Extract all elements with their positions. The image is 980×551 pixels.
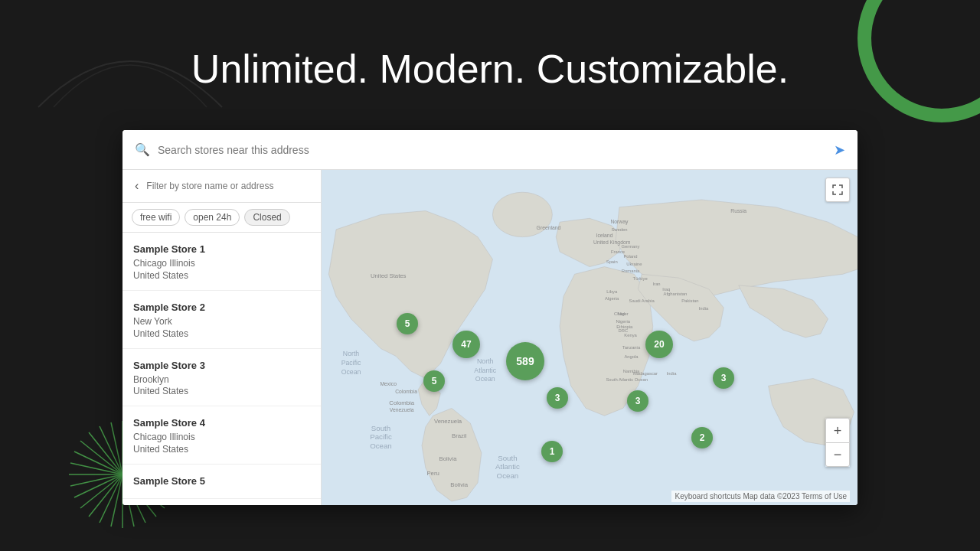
store-city-4: Chicago Illinois <box>133 431 310 444</box>
zoom-out-button[interactable]: − <box>825 442 850 467</box>
svg-text:Ocean: Ocean <box>475 375 495 383</box>
map-pin-47[interactable]: 47 <box>452 331 480 358</box>
svg-text:Angola: Angola <box>624 354 639 359</box>
map-pin-589[interactable]: 589 <box>506 342 544 380</box>
store-country-1: United States <box>133 270 310 281</box>
svg-text:Chad: Chad <box>614 311 625 316</box>
store-country-4: United States <box>133 444 310 455</box>
store-city-3: Brooklyn <box>133 373 310 386</box>
store-item-2[interactable]: Sample Store 2 New York United States <box>122 291 321 349</box>
svg-line-20 <box>70 474 122 486</box>
svg-text:Ethiopia: Ethiopia <box>616 324 633 329</box>
search-input[interactable] <box>158 144 834 156</box>
svg-text:Ocean: Ocean <box>341 368 361 376</box>
svg-line-16 <box>100 474 122 523</box>
svg-text:Poland: Poland <box>623 254 637 259</box>
store-country-2: United States <box>133 328 310 339</box>
store-item-4[interactable]: Sample Store 4 Chicago Illinois United S… <box>122 406 321 465</box>
store-city-2: New York <box>133 315 310 328</box>
svg-text:Atlantic: Atlantic <box>495 462 520 471</box>
svg-text:South Atlantic Ocean: South Atlantic Ocean <box>606 377 647 382</box>
store-name-3: Sample Store 3 <box>133 360 310 371</box>
svg-line-22 <box>70 463 122 474</box>
svg-text:Afghanistan: Afghanistan <box>664 292 688 296</box>
content-area: ‹ free wifi open 24h Closed Sample Store… <box>122 170 858 505</box>
svg-text:Iran: Iran <box>653 282 661 286</box>
svg-text:United States: United States <box>371 272 407 279</box>
tags-row: free wifi open 24h Closed <box>122 203 321 233</box>
search-icon: 🔍 <box>135 142 150 157</box>
map-pin-3-central[interactable]: 3 <box>547 387 568 409</box>
svg-text:Spain: Spain <box>606 259 618 264</box>
svg-text:Brazil: Brazil <box>452 432 467 439</box>
svg-text:South: South <box>371 424 390 432</box>
svg-text:Madagascar: Madagascar <box>633 371 658 376</box>
map-pin-20-europe[interactable]: 20 <box>645 331 673 358</box>
svg-text:Atlantic: Atlantic <box>474 367 496 374</box>
svg-text:Saudi Arabia: Saudi Arabia <box>629 298 655 303</box>
svg-text:Pakistan: Pakistan <box>681 298 698 303</box>
svg-text:Algeria: Algeria <box>605 296 619 301</box>
svg-text:North: North <box>343 350 360 357</box>
svg-text:Türkiye: Türkiye <box>633 276 648 281</box>
svg-text:Russia: Russia <box>730 208 746 214</box>
svg-line-24 <box>80 441 122 474</box>
gps-icon[interactable]: ➤ <box>834 142 845 158</box>
svg-text:Mexico: Mexico <box>380 381 397 386</box>
svg-line-17 <box>89 474 122 517</box>
svg-text:Nigeria: Nigeria <box>616 319 631 324</box>
map-pin-2-south-africa[interactable]: 2 <box>691 427 713 448</box>
map-pin-5-northwest[interactable]: 5 <box>397 313 418 334</box>
svg-text:Romania: Romania <box>622 269 640 273</box>
tag-closed[interactable]: Closed <box>244 209 289 226</box>
zoom-controls: + − <box>825 418 850 467</box>
svg-text:Norway: Norway <box>610 219 629 225</box>
tag-free-wifi[interactable]: free wifi <box>132 209 180 226</box>
svg-text:Bolivia: Bolivia <box>450 481 469 488</box>
store-item-1[interactable]: Sample Store 1 Chicago Illinois United S… <box>122 233 321 291</box>
svg-text:Venezuela: Venezuela <box>434 418 462 425</box>
map-pin-3-africa[interactable]: 3 <box>627 390 648 412</box>
map-pin-3-asia[interactable]: 3 <box>713 367 734 389</box>
svg-line-25 <box>89 432 122 474</box>
svg-text:Bolivia: Bolivia <box>439 455 458 462</box>
map-area[interactable]: South Pacific Ocean South Atlantic Ocean… <box>322 170 858 505</box>
store-city-1: Chicago Illinois <box>133 257 310 270</box>
map-pin-5-south[interactable]: 5 <box>423 370 445 392</box>
svg-text:Venezuela: Venezuela <box>390 407 414 412</box>
svg-text:Greenland: Greenland <box>537 225 561 230</box>
store-name-4: Sample Store 4 <box>133 417 310 429</box>
svg-line-19 <box>74 474 122 497</box>
svg-text:Iceland: Iceland <box>596 233 613 238</box>
fullscreen-button[interactable] <box>825 178 850 202</box>
svg-text:South: South <box>498 454 517 462</box>
svg-text:France: France <box>611 249 625 254</box>
store-country-3: United States <box>133 386 310 396</box>
left-panel: ‹ free wifi open 24h Closed Sample Store… <box>122 170 322 505</box>
store-name-2: Sample Store 2 <box>133 302 310 313</box>
svg-text:Ukraine: Ukraine <box>626 262 642 266</box>
store-list: Sample Store 1 Chicago Illinois United S… <box>122 233 321 505</box>
svg-text:Peru: Peru <box>426 470 439 477</box>
svg-text:India: India <box>699 306 709 311</box>
tag-open-24h[interactable]: open 24h <box>185 209 240 226</box>
back-button[interactable]: ‹ <box>132 178 142 194</box>
store-item-3[interactable]: Sample Store 3 Brooklyn United States <box>122 349 321 407</box>
svg-text:Tanzania: Tanzania <box>622 345 641 350</box>
svg-line-18 <box>80 474 122 508</box>
svg-text:Colombia: Colombia <box>389 399 414 406</box>
svg-text:North: North <box>477 357 494 365</box>
filter-input[interactable] <box>146 181 312 191</box>
zoom-in-button[interactable]: + <box>825 418 850 442</box>
svg-text:Libya: Libya <box>606 289 618 294</box>
svg-text:Pacific: Pacific <box>341 359 361 367</box>
search-bar: 🔍 ➤ <box>122 130 858 170</box>
map-pin-1-south[interactable]: 1 <box>541 441 563 462</box>
svg-text:India: India <box>667 371 677 376</box>
store-item-5[interactable]: Sample Store 5 <box>122 465 321 499</box>
store-name-5: Sample Store 5 <box>133 475 310 487</box>
map-attribution: Keyboard shortcuts Map data ©2023 Terms … <box>671 491 850 502</box>
svg-line-27 <box>111 422 122 474</box>
svg-text:Sweden: Sweden <box>611 227 627 232</box>
svg-text:Ocean: Ocean <box>497 471 519 480</box>
